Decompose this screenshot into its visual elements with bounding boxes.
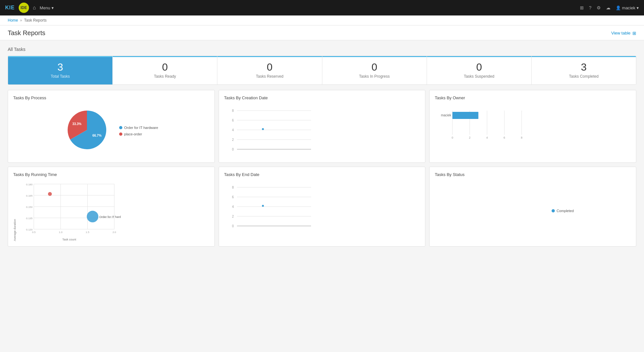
menu-dropdown[interactable]: Menu ▾ [40, 5, 54, 10]
charts-row-1: Tasks By Process 66.7%33.3% Order for IT… [8, 90, 636, 163]
svg-text:1.0: 1.0 [59, 231, 63, 234]
stat-number-completed: 3 [538, 62, 630, 73]
stat-card-total: 3 Total Tasks [8, 56, 113, 84]
home-icon[interactable]: ⌂ [33, 5, 36, 11]
legend-item: Order for IT hardware [119, 126, 158, 130]
svg-text:maciek: maciek [441, 113, 452, 117]
stat-card-ready: 0 Tasks Ready [113, 56, 217, 84]
breadcrumb-home[interactable]: Home [8, 18, 18, 23]
donut-legend: Completed [552, 209, 574, 213]
pie-legend: Order for IT hardware place-order [119, 126, 158, 136]
navbar-left: KIE IDE ⌂ Menu ▾ [5, 3, 54, 13]
all-tasks-section-title: All Tasks [8, 47, 636, 52]
donut-legend-dot [552, 209, 555, 212]
chart-title-by_process: Tasks By Process [13, 95, 209, 100]
line-chart-svg: 8 6 4 2 0 [224, 104, 314, 152]
svg-text:0.150: 0.150 [26, 206, 33, 209]
svg-point-45 [87, 211, 99, 222]
user-menu[interactable]: 👤 maciek ▾ [616, 5, 639, 10]
line-chart-svg: 8 6 4 2 0 [224, 181, 314, 229]
stats-row: 3 Total Tasks 0 Tasks Ready 0 Tasks Rese… [8, 56, 636, 85]
chart-title-by_end_date: Tasks By End Date [224, 172, 420, 177]
stat-label-suspended: Tasks Suspended [433, 74, 525, 79]
svg-point-44 [48, 192, 52, 196]
stat-number-total: 3 [14, 62, 106, 73]
stat-top-border [427, 56, 531, 57]
svg-text:66.7%: 66.7% [92, 134, 101, 137]
grid-apps-icon[interactable]: ⊞ [580, 5, 584, 10]
svg-text:0.135: 0.135 [26, 217, 33, 220]
svg-text:8: 8 [232, 186, 234, 189]
stat-number-ready: 0 [119, 62, 211, 73]
table-icon: ⊞ [632, 31, 636, 36]
stat-card-suspended: 0 Tasks Suspended [427, 56, 532, 84]
svg-text:0: 0 [232, 148, 234, 151]
chart-card-by_owner: Tasks By Owner 02468maciek [429, 90, 636, 163]
donut-chart-svg [492, 184, 545, 237]
navbar: KIE IDE ⌂ Menu ▾ ⊞ ? ⚙ ☁ 👤 maciek ▾ [0, 0, 644, 15]
svg-text:4: 4 [486, 136, 488, 139]
page-title: Task Reports [8, 29, 45, 37]
stat-label-in_progress: Tasks In Progress [329, 74, 420, 79]
stat-label-completed: Tasks Completed [538, 74, 630, 79]
chart-title-by_status: Tasks By Status [435, 172, 631, 177]
stat-number-in_progress: 0 [329, 62, 420, 73]
menu-arrow-icon: ▾ [52, 5, 54, 10]
svg-text:0.180: 0.180 [26, 183, 33, 186]
stat-card-in_progress: 0 Tasks In Progress [322, 56, 427, 84]
svg-text:8: 8 [232, 109, 234, 112]
menu-label: Menu [40, 5, 50, 10]
x-axis-title: Task count [18, 238, 121, 241]
donut-legend-label: Completed [557, 209, 574, 213]
ide-badge: IDE [19, 3, 29, 13]
stat-top-border [322, 56, 427, 57]
stat-label-ready: Tasks Ready [119, 74, 211, 79]
chart-card-by_creation_date: Tasks By Creation Date 8 6 4 2 0 [219, 90, 426, 163]
breadcrumb-separator: » [20, 18, 22, 23]
legend-label: Order for IT hardware [124, 126, 158, 130]
donut-legend-item: Completed [552, 209, 574, 213]
stat-label-total: Total Tasks [14, 74, 106, 79]
svg-rect-24 [452, 112, 478, 119]
svg-point-58 [262, 205, 264, 207]
stat-top-border [217, 56, 322, 57]
svg-text:0.165: 0.165 [26, 194, 33, 197]
chart-title-by_creation_date: Tasks By Creation Date [224, 95, 420, 100]
svg-text:2: 2 [232, 138, 234, 142]
chart-card-by_process: Tasks By Process 66.7%33.3% Order for IT… [8, 90, 215, 163]
user-icon: 👤 [616, 5, 621, 10]
view-table-link[interactable]: View table ⊞ [611, 31, 636, 36]
svg-text:1.5: 1.5 [86, 231, 90, 234]
svg-text:Order for IT hardware: Order for IT hardware [99, 215, 121, 219]
owner-chart-svg: 02468maciek [435, 104, 525, 143]
svg-text:0: 0 [452, 136, 453, 139]
chart-card-by_end_date: Tasks By End Date 8 6 4 2 0 [219, 167, 426, 247]
breadcrumb-current: Task Reports [24, 18, 47, 23]
pie-container: 66.7%33.3% Order for IT hardware place-o… [13, 104, 209, 157]
chart-inner: Average duration 0.1200.1350.1500.1650.1… [13, 181, 209, 241]
stat-top-border [532, 56, 636, 57]
stat-top-border [8, 56, 112, 57]
chart-title-by_running_time: Tasks By Running Time [13, 172, 209, 177]
charts-row-2: Tasks By Running Time Average duration 0… [8, 167, 636, 247]
view-table-label: View table [611, 31, 630, 35]
svg-text:8: 8 [521, 136, 523, 139]
cloud-icon[interactable]: ☁ [606, 5, 611, 10]
svg-text:4: 4 [232, 128, 234, 132]
help-icon[interactable]: ? [589, 5, 592, 10]
user-arrow-icon: ▾ [637, 5, 639, 10]
svg-text:2: 2 [469, 136, 471, 139]
svg-text:2: 2 [232, 215, 234, 218]
settings-icon[interactable]: ⚙ [597, 5, 601, 10]
chart-card-by_running_time: Tasks By Running Time Average duration 0… [8, 167, 215, 247]
kie-logo: KIE [5, 5, 15, 11]
legend-item: place-order [119, 132, 158, 136]
svg-text:6: 6 [232, 119, 234, 122]
chart-title-by_owner: Tasks By Owner [435, 95, 631, 100]
stat-number-suspended: 0 [433, 62, 525, 73]
scatter-wrapper: 0.1200.1350.1500.1650.1800.51.01.52.0Ord… [18, 181, 121, 241]
svg-text:6: 6 [232, 195, 234, 199]
donut-container: Completed [435, 181, 631, 240]
chart-card-by_status: Tasks By Status Completed [429, 167, 636, 247]
legend-label: place-order [124, 132, 142, 136]
